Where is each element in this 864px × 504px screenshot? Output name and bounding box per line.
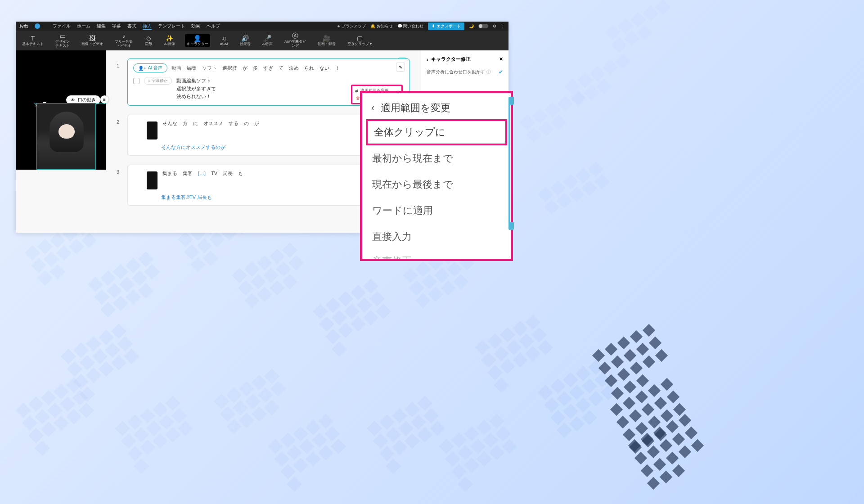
edit-button[interactable]: ✎: [396, 63, 405, 72]
scope-menu: ‹ 適用範囲を変更 全体クリップに最初から現在まで現在から最後までワードに適用直…: [360, 91, 513, 261]
tool-icon: ♪: [120, 33, 128, 39]
token[interactable]: オススメ: [202, 120, 225, 127]
menu-back-icon[interactable]: ‹: [371, 102, 374, 114]
token[interactable]: 選択肢: [221, 64, 238, 72]
tool-AI音声[interactable]: 🎤AI音声: [261, 34, 275, 47]
preview-panel: 👁 口の動き ≡ VIDEO: [16, 50, 106, 170]
tool-BGM[interactable]: ♫BGM: [218, 34, 230, 47]
menu-title: 適用範囲を変更: [381, 101, 450, 115]
menu-ファイル[interactable]: ファイル: [53, 23, 71, 28]
menu-ホーム[interactable]: ホーム: [77, 23, 90, 28]
scope-option[interactable]: 現在から最後まで: [362, 171, 511, 198]
toolbar: T基本テキスト▭デザイン テキスト🖼画像・ビデオ♪フリー音楽 ・ビデオ◇図形✨A…: [16, 31, 508, 50]
subtitle-fix-pill[interactable]: ≡ 字幕修正: [144, 77, 172, 85]
tool-icon: ♫: [220, 35, 228, 41]
more-icon[interactable]: ⋮: [501, 24, 505, 28]
token[interactable]: 編集: [185, 64, 198, 72]
clip-thumbnail[interactable]: [147, 122, 158, 140]
scope-option[interactable]: 全体クリップに: [366, 119, 507, 145]
token[interactable]: 多: [252, 64, 259, 72]
user-avatar[interactable]: [35, 23, 40, 29]
token[interactable]: 局長: [221, 170, 234, 177]
token[interactable]: 動画: [170, 64, 183, 72]
token[interactable]: ！: [333, 64, 341, 72]
token[interactable]: する: [227, 120, 240, 127]
moon-icon: 🌙: [469, 24, 474, 28]
tool-icon: ✨: [166, 35, 174, 41]
token[interactable]: 集客: [181, 170, 194, 177]
tool-動画・録音[interactable]: 🎥動画・録音: [316, 34, 338, 47]
scope-option[interactable]: ワードに適用: [362, 198, 511, 224]
menu-書式[interactable]: 書式: [127, 23, 136, 28]
tool-icon: 🎤: [264, 35, 272, 41]
token[interactable]: られ: [303, 64, 315, 72]
character-preview[interactable]: [36, 103, 96, 170]
menu-編集[interactable]: 編集: [97, 23, 106, 28]
tool-icon: Ⓐ: [291, 33, 299, 39]
menubar: おわ ファイルホーム編集字幕書式挿入テンプレート効果ヘルプ ＋ プランアップ 🔔…: [16, 22, 508, 31]
tool-AIの字幕ダビング[interactable]: ⒶAIの字幕ダビ ング: [283, 32, 308, 49]
plan-upgrade[interactable]: ＋ プランアップ: [337, 23, 366, 29]
menu-効果[interactable]: 効果: [191, 23, 200, 28]
clip-thumbnail[interactable]: [147, 171, 158, 189]
ai-voice-pill[interactable]: 👤+AI 音声: [133, 63, 167, 72]
menu-テンプレート[interactable]: テンプレート: [158, 23, 185, 28]
tool-icon: T: [29, 35, 37, 41]
close-icon[interactable]: ✕: [499, 56, 503, 62]
menu-slider[interactable]: [506, 97, 513, 230]
token[interactable]: が: [241, 64, 249, 72]
token[interactable]: そんな: [161, 120, 179, 127]
token[interactable]: ソフト: [201, 64, 218, 72]
theme-toggle[interactable]: [478, 24, 488, 28]
tool-キャラクター[interactable]: 👤キャラクター: [185, 34, 210, 47]
token[interactable]: ない: [318, 64, 331, 72]
lipsync-check[interactable]: ✔: [499, 69, 503, 75]
token[interactable]: 集まる: [161, 170, 179, 177]
token[interactable]: […]: [197, 170, 207, 176]
menu-挿入[interactable]: 挿入: [143, 23, 152, 30]
row-number: 3: [117, 165, 122, 206]
token[interactable]: 決め: [288, 64, 300, 72]
token[interactable]: TV: [210, 170, 219, 176]
tool-効果音[interactable]: 🔊効果音: [238, 34, 252, 47]
scope-icon: ⇄: [355, 89, 359, 93]
sidepanel-title: キャラクター修正: [431, 56, 471, 63]
brand: おわ: [19, 23, 28, 29]
chip-label: 口の動き: [78, 97, 96, 103]
contact-link[interactable]: 💬 問い合わせ: [397, 23, 424, 29]
scope-option[interactable]: 直接入力: [362, 224, 511, 250]
scope-option[interactable]: 最初から現在まで: [362, 145, 511, 171]
tool-icon: ◇: [144, 35, 153, 41]
tool-icon: ▢: [356, 35, 364, 41]
token[interactable]: が: [253, 120, 261, 127]
menu-cutoff: 音声修正: [362, 250, 511, 259]
menu-ヘルプ[interactable]: ヘルプ: [207, 23, 220, 28]
export-button[interactable]: ⬇ エクスポート: [428, 22, 464, 30]
token[interactable]: すぎ: [262, 64, 274, 72]
tool-フリー音楽・ビデオ[interactable]: ♪フリー音楽 ・ビデオ: [113, 32, 135, 49]
tool-AI画像[interactable]: ✨AI画像: [162, 34, 177, 47]
row-number: 2: [117, 115, 122, 156]
row-number: 1: [117, 58, 122, 106]
tool-図形[interactable]: ◇図形: [143, 34, 154, 47]
row-checkbox[interactable]: [133, 78, 140, 84]
tool-空きクリップ▾[interactable]: ▢空きクリップ ▾: [346, 34, 374, 47]
token[interactable]: も: [237, 170, 244, 177]
info-icon[interactable]: ⓘ: [486, 69, 491, 74]
token[interactable]: 方: [181, 120, 189, 127]
tool-基本テキスト[interactable]: T基本テキスト: [20, 34, 45, 47]
lipsync-label: 音声分析に合わせ口を動かす: [427, 69, 485, 74]
eye-icon: 👁: [71, 98, 75, 103]
menu-字幕[interactable]: 字幕: [112, 23, 121, 28]
token[interactable]: に: [192, 120, 199, 127]
tool-icon: 🖼: [88, 35, 96, 41]
back-icon[interactable]: ‹: [427, 57, 428, 62]
token[interactable]: て: [277, 64, 285, 72]
token[interactable]: の: [243, 120, 250, 127]
tool-icon: 🎥: [323, 35, 331, 41]
tool-icon: 🔊: [241, 35, 249, 41]
settings-icon[interactable]: ⚙: [493, 24, 496, 28]
notice-link[interactable]: 🔔 お知らせ: [370, 23, 393, 29]
tool-画像・ビデオ[interactable]: 🖼画像・ビデオ: [80, 34, 105, 47]
tool-デザインテキスト[interactable]: ▭デザイン テキスト: [54, 32, 72, 49]
